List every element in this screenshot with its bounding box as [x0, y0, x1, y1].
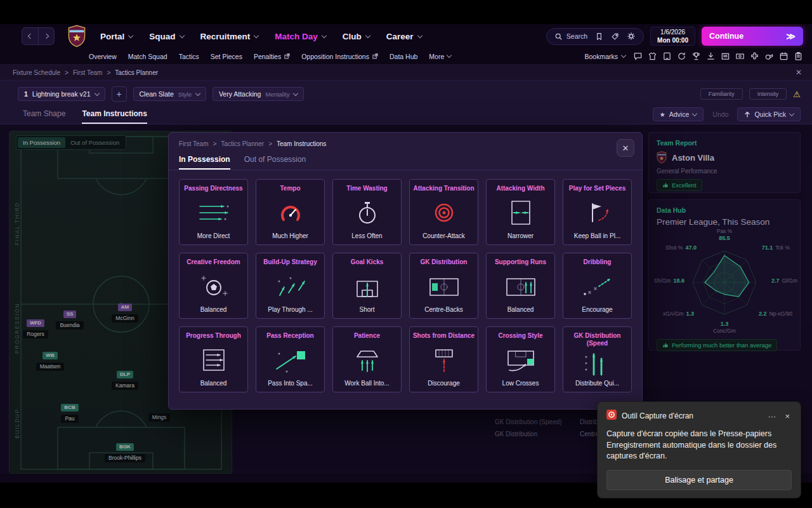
add-tactic-button[interactable]: +: [112, 86, 127, 102]
back-button[interactable]: [22, 28, 38, 44]
subnav-overview[interactable]: Overview: [89, 53, 117, 60]
continue-button[interactable]: Continue ≫: [702, 27, 803, 46]
player-brook-phillips[interactable]: BGKBrook-Phillips: [105, 439, 145, 462]
double-chevron-icon: ≫: [786, 31, 796, 41]
refresh-icon[interactable]: [677, 51, 686, 61]
instruction-card-patience[interactable]: PatienceWork Ball Into...: [332, 326, 402, 392]
tactic-controls: 1 Lightning break v21 + Clean Slate Styl…: [0, 81, 812, 104]
instruction-card-crossing-style[interactable]: Crossing StyleLow Crosses: [486, 326, 555, 392]
tab-team-shape[interactable]: Team Shape: [23, 109, 65, 124]
instruction-card-attacking-width[interactable]: Attacking WidthNarrower: [486, 179, 555, 245]
tactic-select[interactable]: 1 Lightning break v21: [18, 87, 105, 101]
modal-tab-out-of-possession[interactable]: Out of Possession: [244, 155, 306, 170]
breadcrumb-item[interactable]: Tactics Planner: [221, 140, 264, 147]
notes-icon[interactable]: [794, 51, 803, 61]
instruction-card-gk-distribution[interactable]: GK DistributionCentre-Backs: [409, 253, 478, 319]
undo-button[interactable]: Undo: [712, 110, 728, 118]
calendar-icon[interactable]: [779, 51, 789, 61]
bookmarks-dropdown[interactable]: Bookmarks: [584, 53, 625, 60]
instruction-card-gk-distribution-speed[interactable]: GK Distribution (SpeedDistribute Qui...: [563, 326, 632, 392]
team-name[interactable]: Aston Villa: [672, 153, 714, 163]
instruction-card-progress-through[interactable]: Progress ThroughBalanced: [179, 326, 248, 392]
quick-pick-button[interactable]: Quick Pick: [737, 107, 801, 121]
card-value: Less Often: [351, 232, 382, 239]
forward-button[interactable]: [38, 28, 54, 44]
download-icon[interactable]: [706, 51, 716, 61]
breadcrumb-item[interactable]: Tactics Planner: [115, 69, 158, 76]
toast-menu-button[interactable]: ···: [766, 411, 778, 421]
instruction-card-shots-from-distance[interactable]: Shots from DistanceDiscourage: [409, 326, 478, 392]
club-crest-icon[interactable]: [67, 25, 86, 48]
subnav-label: More: [429, 53, 444, 60]
search-button[interactable]: Search: [554, 32, 587, 41]
close-panel-button[interactable]: ✕: [796, 68, 802, 77]
external-link-icon: [284, 53, 290, 60]
instruction-card-build-up-strategy[interactable]: Build-Up StrategyPlay Through ...: [256, 253, 325, 319]
subnav-match-squad[interactable]: Match Squad: [128, 53, 167, 60]
radar-chart: Pas %85.571.1Tck %2.7Gl/Gm2.2Np-xG/901.3…: [657, 228, 792, 335]
finance-icon[interactable]: [735, 51, 745, 61]
gk-distribution-icon: [425, 272, 463, 300]
instruction-card-supporting-runs[interactable]: Supporting RunsBalanced: [486, 253, 555, 319]
radar-stat-np-xg-90: 2.2Np-xG/90: [759, 311, 792, 317]
secondary-nav: OverviewMatch SquadTacticsSet PiecesPena…: [89, 53, 451, 60]
chevron-left-icon: [27, 34, 32, 39]
subnav-tactics[interactable]: Tactics: [179, 53, 199, 60]
whistle-icon[interactable]: [764, 51, 774, 61]
style-select[interactable]: Clean Slate Style: [133, 87, 206, 101]
instruction-card-dribbling[interactable]: DribblingEncourage: [563, 253, 632, 319]
team-report-panel: Team Report Aston Villa General Performa…: [648, 132, 801, 193]
instruction-card-pass-reception[interactable]: Pass ReceptionPass Into Spa...: [256, 326, 325, 392]
subnav-penalties[interactable]: Penalties: [254, 53, 290, 60]
mentality-select[interactable]: Very Attacking Mentality: [213, 87, 304, 101]
instruction-card-attacking-transition[interactable]: Attacking TransitionCounter-Attack: [409, 179, 478, 245]
advice-button[interactable]: ★ Advice: [653, 107, 704, 121]
breadcrumb-item[interactable]: Fixture Schedule: [13, 69, 60, 76]
chat-icon[interactable]: [633, 51, 643, 61]
tag-icon[interactable]: [611, 32, 619, 41]
toast-close-button[interactable]: ×: [783, 411, 792, 421]
subnav-opposition-instructions[interactable]: Opposition Instructions: [301, 53, 378, 60]
nav-club[interactable]: Club: [343, 32, 370, 41]
player-pau[interactable]: BCBPau: [49, 400, 90, 423]
toast-action-button[interactable]: Balisage et partage: [606, 470, 792, 490]
game-date[interactable]: 1/6/2026 Mon 00:00: [650, 27, 695, 46]
trophy-icon[interactable]: [691, 51, 701, 61]
modal-tab-in-possession[interactable]: In Possession: [179, 155, 230, 170]
pitch-tab-in-possession[interactable]: In Possession: [18, 137, 65, 148]
pitch-tab-out-of-possession[interactable]: Out of Possession: [65, 137, 124, 148]
instruction-card-play-for-set-pieces[interactable]: Play for Set PiecesKeep Ball in Pl...: [563, 179, 632, 245]
radar-stat-sh-gm: Sh/Gm18.6: [654, 277, 684, 284]
instruction-card-tempo[interactable]: TempoMuch Higher: [256, 179, 325, 245]
card-title: Tempo: [280, 185, 300, 192]
instruction-card-creative-freedom[interactable]: Creative FreedomBalanced: [179, 253, 248, 319]
gear-icon[interactable]: [627, 32, 636, 41]
nav-squad[interactable]: Squad: [149, 32, 183, 41]
subnav-data-hub[interactable]: Data Hub: [390, 53, 417, 60]
tab-team-instructions[interactable]: Team Instructions: [82, 109, 147, 124]
player-mcginn[interactable]: AMMcGinn: [105, 300, 145, 323]
nav-portal[interactable]: Portal: [100, 32, 133, 41]
bookmark-icon[interactable]: [595, 32, 603, 41]
nav-career[interactable]: Career: [386, 32, 422, 41]
nav-recruitment[interactable]: Recruitment: [200, 32, 259, 41]
instruction-card-goal-kicks[interactable]: Goal KicksShort: [332, 253, 402, 319]
breadcrumb-item[interactable]: First Team: [179, 140, 209, 147]
breadcrumb-item[interactable]: Team Instructions: [277, 140, 326, 147]
search-label: Search: [566, 32, 587, 40]
medical-icon[interactable]: [750, 51, 759, 61]
instruction-card-passing-directness[interactable]: Passing DirectnessMore Direct: [179, 179, 248, 245]
instruction-card-time-wasting[interactable]: Time WastingLess Often: [332, 179, 402, 245]
device-icon[interactable]: [662, 51, 672, 61]
player-maatsen[interactable]: WBMaatsen: [30, 348, 70, 371]
subnav-more[interactable]: More: [429, 53, 451, 60]
player-kamara[interactable]: DLPKamara: [105, 367, 145, 390]
modal-close-button[interactable]: ✕: [617, 139, 634, 157]
nav-match-day[interactable]: Match Day: [275, 32, 326, 41]
kit-icon[interactable]: [648, 51, 657, 61]
player-mings[interactable]: Mings: [139, 410, 180, 422]
breadcrumb-item[interactable]: First Team: [73, 69, 103, 76]
news-icon[interactable]: [721, 51, 730, 61]
player-rogers[interactable]: WFDRogers: [15, 316, 56, 338]
subnav-set-pieces[interactable]: Set Pieces: [211, 53, 242, 60]
